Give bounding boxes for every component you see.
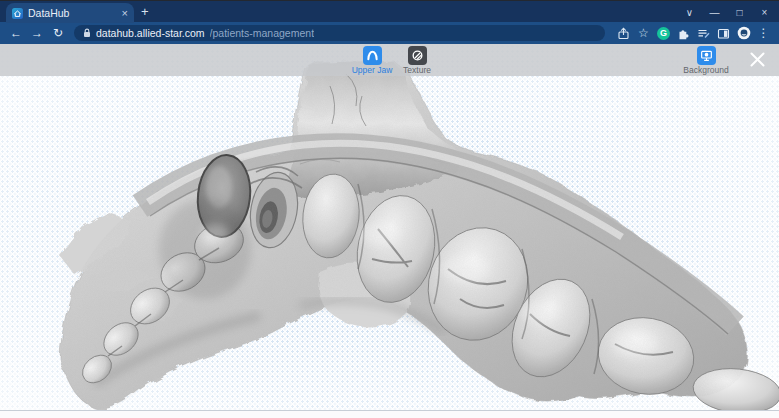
upper-jaw-button[interactable] [363,46,382,65]
browser-menu-icon[interactable]: ⋮ [755,25,772,41]
browser-window: DataHub × + ∨ — □ × ← → ↻ datahub.allied… [0,0,779,418]
browser-tab-datahub[interactable]: DataHub × [6,3,134,23]
tab-close-icon[interactable]: × [122,8,128,19]
lock-icon [83,28,91,38]
new-tab-button[interactable]: + [141,4,149,19]
notes-extension-icon[interactable] [695,25,712,41]
background-label: Background [683,65,728,75]
bookmark-star-icon[interactable]: ☆ [635,25,652,41]
datahub-favicon [12,8,23,19]
grammarly-extension-icon[interactable]: G [655,25,672,41]
extensions-puzzle-icon[interactable] [675,25,692,41]
window-controls: ∨ — □ × [677,2,777,22]
dental-model-svg[interactable] [0,44,779,410]
url-host: datahub.allied-star.com [96,27,205,39]
viewer-close-icon [749,51,766,68]
model-viewport[interactable]: Upper Jaw Texture Background [0,44,779,410]
page-bottom-strip [0,410,779,418]
minimize-icon[interactable]: — [702,7,727,18]
tab-title: DataHub [28,7,117,19]
browser-navbar: ← → ↻ datahub.allied-star.com/patients-m… [0,22,779,44]
reload-icon[interactable]: ↻ [49,26,67,40]
window-close-icon[interactable]: × [752,7,777,18]
browser-titlebar: DataHub × + ∨ — □ × [0,0,779,22]
tab-search-icon[interactable]: ∨ [677,7,702,18]
maximize-icon[interactable]: □ [727,7,752,18]
texture-label: Texture [403,65,431,75]
url-path: /patients-management [210,27,314,39]
forward-icon[interactable]: → [28,26,46,40]
profile-avatar[interactable] [735,25,752,41]
texture-button[interactable] [408,46,427,65]
upper-jaw-label: Upper Jaw [352,65,393,75]
share-icon[interactable] [615,25,632,41]
background-button[interactable] [697,46,716,65]
background-icon [699,48,714,63]
upper-jaw-icon [365,48,380,63]
side-panel-icon[interactable] [715,25,732,41]
back-icon[interactable]: ← [7,26,25,40]
viewer-toolbar: Upper Jaw Texture Background [0,44,779,76]
viewer-close-button[interactable] [749,51,766,68]
texture-icon [410,48,425,63]
url-bar[interactable]: datahub.allied-star.com/patients-managem… [74,25,605,41]
